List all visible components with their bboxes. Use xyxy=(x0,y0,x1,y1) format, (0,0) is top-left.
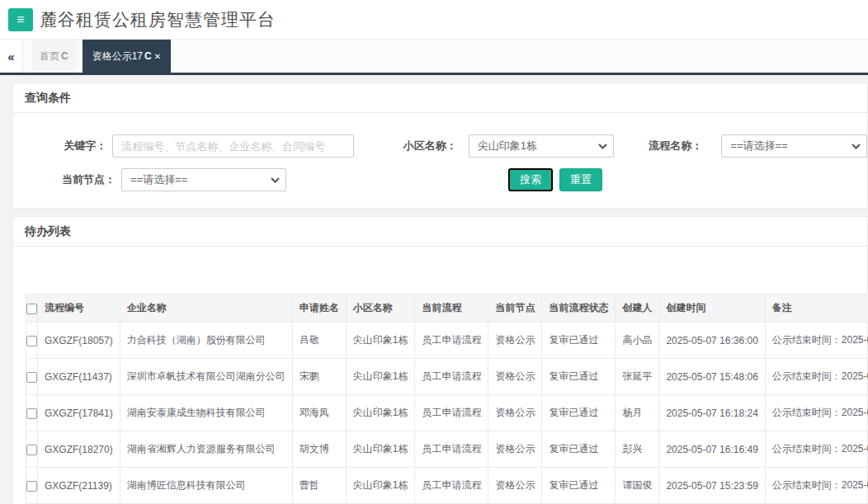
cell-status: 复审已通过 xyxy=(542,323,616,359)
double-chevron-left-icon: « xyxy=(7,49,14,64)
cell-creator: 谭国俊 xyxy=(616,468,659,504)
cell-created-time: 2025-05-07 15:48:06 xyxy=(659,359,765,395)
cell-remark: 公示结束时间：2025-05-14 16:52:17 xyxy=(765,323,868,359)
todo-table: 流程编号企业名称申请姓名小区名称当前流程当前节点当前流程状态创建人创建时间备注G… xyxy=(26,294,868,504)
cell-applicant: 胡文博 xyxy=(292,431,346,468)
cell-node: 资格公示 xyxy=(488,359,542,395)
cell-remark: 公示结束时间：2025-05-14 16:40:47 xyxy=(765,431,868,468)
row-checkbox[interactable] xyxy=(26,481,37,492)
row-checkbox[interactable] xyxy=(26,372,37,383)
column-header-applicant: 申请姓名 xyxy=(292,294,346,323)
cell-community: 尖山印象1栋 xyxy=(346,323,415,359)
tab-qualification-publicity[interactable]: 资格公示17 C ✕ xyxy=(83,40,171,73)
cell-creator: 张延平 xyxy=(616,359,659,395)
close-tab-icon[interactable]: ✕ xyxy=(154,52,161,61)
refresh-icon[interactable]: C xyxy=(144,50,152,62)
cell-process: 员工申请流程 xyxy=(415,468,488,504)
cell-remark: 公示结束时间：2025-05-14 16:40:55 xyxy=(765,395,868,431)
cell-status: 复审已通过 xyxy=(542,431,616,468)
tab-home[interactable]: 首页 C xyxy=(31,40,77,73)
process-select-value: ==请选择== xyxy=(730,139,787,153)
query-panel-title: 查询条件 xyxy=(13,83,867,113)
community-label: 小区名称： xyxy=(354,139,463,153)
cell-creator: 彭兴 xyxy=(616,431,659,468)
column-header-status: 当前流程状态 xyxy=(542,294,616,323)
cell-applicant: 宋鹏 xyxy=(292,359,346,395)
process-label: 流程名称： xyxy=(614,139,708,153)
top-header: ≡ 麓谷租赁公租房智慧管理平台 xyxy=(0,0,868,40)
table-row: GXGZF(11437)深圳市卓帆技术有限公司湖南分公司宋鹏尖山印象1栋员工申请… xyxy=(26,359,868,395)
cell-applicant: 邓海凤 xyxy=(292,395,346,431)
cell-process-no: GXGZF(17841) xyxy=(38,395,120,431)
row-checkbox-cell xyxy=(26,468,38,504)
process-select[interactable]: ==请选择== xyxy=(721,134,867,158)
cell-company: 湖南博匠信息科技有限公司 xyxy=(120,468,292,504)
cell-remark: 公示结束时间：2025-05-14 16:41:03 xyxy=(765,359,868,395)
cell-process-no: GXGZF(11437) xyxy=(38,359,120,395)
refresh-icon[interactable]: C xyxy=(61,50,68,62)
cell-community: 尖山印象1栋 xyxy=(346,359,415,395)
row-checkbox[interactable] xyxy=(26,445,37,455)
cell-node: 资格公示 xyxy=(488,431,542,468)
cell-community: 尖山印象1栋 xyxy=(346,431,415,468)
cell-status: 复审已通过 xyxy=(542,468,616,504)
query-panel: 查询条件 关键字： 小区名称： 尖山印象1栋 流程名称： ==请选择== 当前节… xyxy=(12,82,868,209)
select-all-checkbox[interactable] xyxy=(26,304,37,314)
column-header-community: 小区名称 xyxy=(346,294,415,323)
community-select-value: 尖山印象1栋 xyxy=(478,139,537,153)
cell-process-no: GXGZF(18270) xyxy=(38,431,120,468)
cell-process-no: GXGZF(21139) xyxy=(38,468,120,504)
cell-company: 湖南省湘辉人力资源服务有限公司 xyxy=(120,431,292,468)
select-all-cell xyxy=(26,294,38,323)
cell-process-no: GXGZF(18057) xyxy=(38,323,120,359)
cell-status: 复审已通过 xyxy=(542,359,616,395)
table-row: GXGZF(21139)湖南博匠信息科技有限公司曹哲尖山印象1栋员工申请流程资格… xyxy=(26,468,868,504)
cell-company: 力合科技（湖南）股份有限公司 xyxy=(120,323,292,359)
row-checkbox[interactable] xyxy=(26,408,37,419)
cell-creator: 高小晶 xyxy=(616,323,659,359)
column-header-process: 当前流程 xyxy=(415,294,488,323)
collapse-tabs-button[interactable]: « xyxy=(0,40,23,73)
tab-bar: « 首页 C 资格公示17 C ✕ xyxy=(0,40,868,73)
keyword-input[interactable] xyxy=(112,134,353,158)
cell-created-time: 2025-05-07 16:36:00 xyxy=(659,323,765,359)
community-select[interactable]: 尖山印象1栋 xyxy=(469,134,615,158)
hamburger-icon: ≡ xyxy=(17,13,24,26)
table-row: GXGZF(18057)力合科技（湖南）股份有限公司吕敬尖山印象1栋员工申请流程… xyxy=(26,323,868,359)
cell-community: 尖山印象1栋 xyxy=(346,468,415,504)
node-select-value: ==请选择== xyxy=(130,172,187,187)
cell-company: 深圳市卓帆技术有限公司湖南分公司 xyxy=(120,359,292,395)
cell-created-time: 2025-05-07 15:23:59 xyxy=(659,468,765,504)
todo-panel: 待办列表 流程编号企业名称申请姓名小区名称当前流程当前节点当前流程状态创建人创建… xyxy=(12,216,868,504)
cell-company: 湖南安泰康成生物科技有限公司 xyxy=(120,395,292,431)
cell-applicant: 曹哲 xyxy=(292,468,346,504)
search-button[interactable]: 搜索 xyxy=(508,168,553,191)
chevron-down-icon xyxy=(598,144,607,149)
cell-process: 员工申请流程 xyxy=(415,323,488,359)
cell-created-time: 2025-05-07 16:18:24 xyxy=(659,395,765,431)
node-select[interactable]: ==请选择== xyxy=(121,168,286,191)
tab-qualification-label: 资格公示17 xyxy=(92,49,143,64)
todo-panel-title: 待办列表 xyxy=(13,217,867,247)
menu-toggle-button[interactable]: ≡ xyxy=(8,8,33,31)
column-header-remark: 备注 xyxy=(765,294,868,323)
row-checkbox-cell xyxy=(26,323,38,359)
tab-home-label: 首页 xyxy=(40,49,59,64)
cell-node: 资格公示 xyxy=(488,323,542,359)
column-header-created-time: 创建时间 xyxy=(659,294,765,323)
column-header-node: 当前节点 xyxy=(488,294,542,323)
app-title: 麓谷租赁公租房智慧管理平台 xyxy=(40,8,276,31)
cell-node: 资格公示 xyxy=(488,395,542,431)
reset-button[interactable]: 重置 xyxy=(559,168,602,191)
chevron-down-icon xyxy=(851,144,861,149)
row-checkbox-cell xyxy=(26,395,38,431)
cell-process: 员工申请流程 xyxy=(415,359,488,395)
main-content: 查询条件 关键字： 小区名称： 尖山印象1栋 流程名称： ==请选择== 当前节… xyxy=(0,75,868,504)
cell-remark: 公示结束时间：2025-05-14 16:24:45 xyxy=(765,468,868,504)
cell-node: 资格公示 xyxy=(488,468,542,504)
cell-status: 复审已通过 xyxy=(542,395,616,431)
row-checkbox-cell xyxy=(26,431,38,468)
cell-process: 员工申请流程 xyxy=(415,395,488,431)
table-row: GXGZF(18270)湖南省湘辉人力资源服务有限公司胡文博尖山印象1栋员工申请… xyxy=(26,431,868,468)
row-checkbox[interactable] xyxy=(26,336,37,346)
